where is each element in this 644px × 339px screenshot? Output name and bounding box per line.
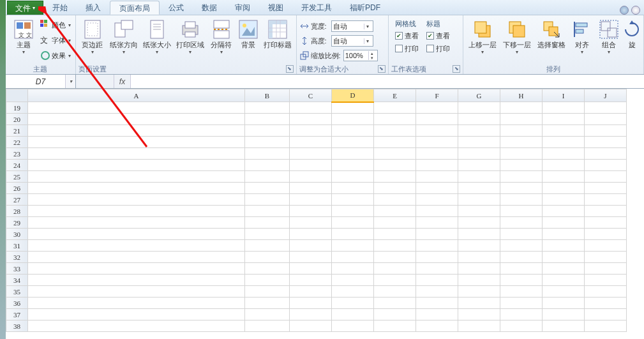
cell[interactable] [332, 320, 374, 332]
cell[interactable] [374, 298, 416, 309]
cell[interactable] [543, 252, 585, 263]
cell[interactable] [585, 275, 627, 286]
cell[interactable] [416, 114, 458, 125]
cell[interactable] [374, 114, 416, 125]
orientation-button[interactable]: 纸张方向 ▾ [108, 18, 140, 55]
cell[interactable] [585, 137, 627, 148]
cell[interactable] [290, 240, 332, 252]
tab-2[interactable]: 页面布局 [110, 1, 160, 15]
row-header[interactable]: 33 [6, 263, 28, 275]
cell[interactable] [245, 240, 290, 252]
cell[interactable] [585, 102, 627, 114]
cell[interactable] [332, 309, 374, 320]
cell[interactable] [585, 114, 627, 125]
cell[interactable] [290, 217, 332, 229]
column-header-I[interactable]: I [543, 89, 585, 102]
column-header-H[interactable]: H [500, 89, 543, 102]
cell[interactable] [28, 114, 245, 125]
print-area-button[interactable]: 打印区域 ▾ [174, 18, 206, 55]
margins-button[interactable]: 页边距 ▾ [79, 18, 107, 55]
column-header-D[interactable]: D [332, 89, 374, 102]
cell[interactable] [28, 206, 245, 217]
size-button[interactable]: 纸张大小 ▾ [141, 18, 173, 55]
cell[interactable] [28, 275, 245, 286]
cell[interactable] [416, 217, 458, 229]
cell[interactable] [543, 298, 585, 309]
cell[interactable] [543, 206, 585, 217]
cell[interactable] [500, 252, 543, 263]
bring-forward-button[interactable]: 上移一层 ▾ [466, 18, 499, 55]
cell[interactable] [374, 206, 416, 217]
cell[interactable] [374, 125, 416, 137]
row-header[interactable]: 32 [6, 252, 28, 263]
cell[interactable] [416, 263, 458, 275]
cell[interactable] [374, 309, 416, 320]
fx-button[interactable]: fx [114, 75, 131, 88]
theme-effects-button[interactable]: 效果 ▾ [39, 49, 72, 63]
cell[interactable] [543, 171, 585, 183]
column-header-F[interactable]: F [416, 89, 458, 102]
cell[interactable] [28, 252, 245, 263]
row-header[interactable]: 20 [6, 114, 28, 125]
cell[interactable] [290, 298, 332, 309]
cell[interactable] [500, 160, 543, 171]
cell[interactable] [416, 183, 458, 194]
cell[interactable] [28, 309, 245, 320]
cell[interactable] [290, 102, 332, 114]
cell[interactable] [500, 298, 543, 309]
cell[interactable] [500, 263, 543, 275]
gridlines-print-checkbox[interactable]: 打印 [395, 43, 419, 54]
cell[interactable] [500, 125, 543, 137]
cell[interactable] [458, 240, 500, 252]
cell[interactable] [543, 286, 585, 298]
cell[interactable] [458, 298, 500, 309]
cell[interactable] [585, 183, 627, 194]
cell[interactable] [374, 183, 416, 194]
cell[interactable] [332, 275, 374, 286]
cell[interactable] [416, 309, 458, 320]
cell[interactable] [543, 125, 585, 137]
cell[interactable] [245, 263, 290, 275]
cell[interactable] [500, 171, 543, 183]
cell[interactable] [332, 217, 374, 229]
cell[interactable] [458, 286, 500, 298]
cell[interactable] [245, 320, 290, 332]
cell[interactable] [290, 206, 332, 217]
cell[interactable] [543, 148, 585, 160]
cell[interactable] [245, 309, 290, 320]
cell[interactable] [500, 137, 543, 148]
cell[interactable] [458, 263, 500, 275]
cell[interactable] [245, 102, 290, 114]
row-header[interactable]: 27 [6, 194, 28, 206]
cell[interactable] [290, 125, 332, 137]
cell[interactable] [332, 102, 374, 114]
dialog-launcher-fit[interactable]: ⬊ [378, 65, 386, 73]
cell[interactable] [374, 275, 416, 286]
themes-button[interactable]: 文文 主题 ▾ [8, 18, 39, 55]
row-header[interactable]: 23 [6, 148, 28, 160]
dialog-launcher-sheetopts[interactable]: ⬊ [453, 65, 460, 73]
cell[interactable] [543, 160, 585, 171]
row-header[interactable]: 25 [6, 171, 28, 183]
cell[interactable] [28, 229, 245, 240]
cell[interactable] [500, 194, 543, 206]
cell[interactable] [416, 194, 458, 206]
headings-print-checkbox[interactable]: 打印 [426, 43, 450, 54]
cell[interactable] [585, 171, 627, 183]
cell[interactable] [458, 114, 500, 125]
cell[interactable] [28, 240, 245, 252]
cell[interactable] [543, 217, 585, 229]
breaks-button[interactable]: 分隔符 ▾ [207, 18, 236, 55]
cell[interactable] [290, 309, 332, 320]
cell[interactable] [245, 160, 290, 171]
cell[interactable] [585, 320, 627, 332]
cell[interactable] [290, 275, 332, 286]
cell[interactable] [28, 286, 245, 298]
column-header-E[interactable]: E [374, 89, 416, 102]
cell[interactable] [416, 229, 458, 240]
cell[interactable] [458, 252, 500, 263]
cell[interactable] [332, 114, 374, 125]
row-header[interactable]: 31 [6, 240, 28, 252]
cell[interactable] [500, 275, 543, 286]
cell[interactable] [28, 320, 245, 332]
